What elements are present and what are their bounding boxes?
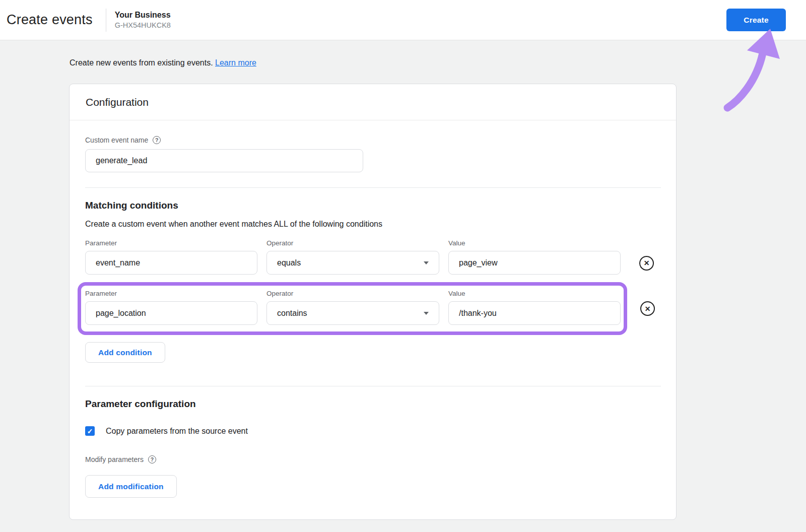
custom-event-name-label-row: Custom event name ? (85, 136, 661, 144)
copy-parameters-checkbox[interactable]: ✓ (85, 426, 95, 436)
modify-parameters-label: Modify parameters (85, 455, 144, 463)
header-divider (106, 9, 106, 32)
matching-conditions-title: Matching conditions (85, 200, 661, 211)
operator-cell: Operator contains (266, 290, 439, 325)
parameter-field[interactable] (85, 251, 257, 275)
value-cell: Value (448, 290, 621, 325)
add-modification-button[interactable]: Add modification (85, 475, 177, 498)
property-selector[interactable]: Your Business G-HX54HUKCK8 (115, 10, 171, 30)
intro-sentence: Create new events from existing events. (70, 58, 213, 67)
property-name: Your Business (115, 10, 171, 20)
top-header: Create events Your Business G-HX54HUKCK8… (0, 0, 806, 40)
value-cell: Value (448, 239, 621, 275)
operator-value: equals (277, 258, 301, 268)
remove-condition-button[interactable]: ✕ (639, 256, 654, 271)
custom-event-name-input[interactable] (85, 149, 363, 172)
operator-cell: Operator equals (266, 239, 439, 275)
page-title: Create events (7, 12, 93, 28)
help-icon[interactable]: ? (153, 136, 161, 144)
custom-event-name-label: Custom event name (85, 136, 148, 144)
remove-condition-button[interactable]: ✕ (640, 301, 655, 316)
condition-row: Parameter Operator contains Value (85, 282, 661, 335)
parameter-input[interactable] (96, 258, 247, 268)
condition-row: Parameter Operator equals Value (85, 239, 661, 275)
add-condition-button[interactable]: Add condition (85, 342, 165, 363)
parameter-configuration-title: Parameter configuration (85, 398, 661, 410)
property-id: G-HX54HUKCK8 (115, 20, 171, 30)
value-input[interactable] (459, 258, 610, 268)
purple-highlight-box: Parameter Operator contains Value (78, 282, 627, 335)
value-field[interactable] (448, 251, 621, 275)
create-button[interactable]: Create (726, 9, 786, 31)
modify-parameters-label-row: Modify parameters ? (85, 455, 661, 463)
help-icon[interactable]: ? (148, 455, 156, 463)
card-title: Configuration (86, 96, 149, 108)
chevron-down-icon (424, 312, 429, 315)
parameter-field[interactable] (85, 301, 257, 325)
operator-select[interactable]: contains (266, 301, 439, 325)
configuration-card: Configuration Custom event name ? Matchi… (69, 84, 677, 520)
parameter-label: Parameter (85, 290, 257, 297)
card-header: Configuration (70, 84, 676, 120)
parameter-cell: Parameter (85, 239, 257, 275)
copy-parameters-row: ✓ Copy parameters from the source event (85, 426, 661, 436)
value-label: Value (448, 239, 621, 247)
parameter-cell: Parameter (85, 290, 257, 325)
value-field[interactable] (448, 301, 621, 325)
parameter-input[interactable] (96, 309, 247, 318)
intro-text: Create new events from existing events. … (70, 58, 806, 68)
matching-conditions-description: Create a custom event when another event… (85, 220, 661, 229)
operator-label: Operator (266, 239, 439, 247)
operator-value: contains (277, 309, 307, 318)
learn-more-link[interactable]: Learn more (215, 58, 256, 67)
operator-select[interactable]: equals (266, 251, 439, 275)
copy-parameters-label: Copy parameters from the source event (106, 427, 248, 436)
section-divider (85, 187, 661, 188)
value-label: Value (448, 290, 621, 297)
operator-label: Operator (266, 290, 439, 297)
parameter-label: Parameter (85, 239, 257, 247)
value-input[interactable] (459, 309, 610, 318)
chevron-down-icon (424, 261, 429, 264)
section-divider (85, 386, 661, 386)
